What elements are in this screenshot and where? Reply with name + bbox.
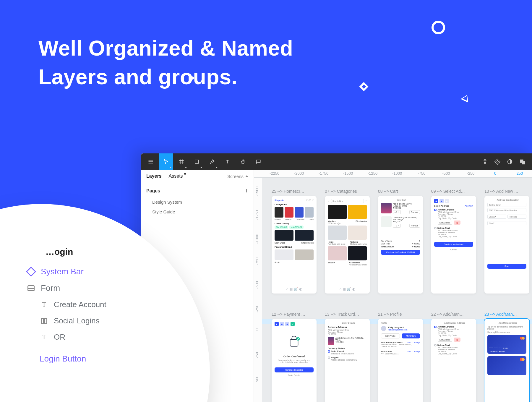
ruler-tick: -1750	[311, 170, 336, 177]
layer-form[interactable]: Form	[27, 280, 174, 296]
my-orders-button: My Orders	[402, 333, 420, 338]
address-name: Nathan Stark	[437, 227, 450, 229]
price-label: Cart Total	[381, 243, 390, 245]
layer-label: System Bar	[41, 267, 84, 276]
frame-label: 25 --> Homescr…	[272, 189, 317, 194]
layer-label: Login Button	[40, 354, 86, 364]
status-sub: Date and Time of placed	[331, 353, 367, 355]
screen-title: Profile	[381, 322, 420, 324]
layer-create-account[interactable]: T Create Account	[27, 296, 174, 313]
ruler-tick: -500	[434, 170, 458, 177]
hamburger-menu-icon[interactable]	[144, 153, 158, 170]
details-link: Order Details	[275, 374, 314, 376]
pin-field: Pin Code	[507, 215, 526, 219]
frame-select-address[interactable]: 09 --> Select Ad… ■■■ Select AddressAdd …	[431, 189, 476, 294]
hint-text: Swipe right to remove card	[487, 331, 526, 333]
product-price: ₹ 99,000	[393, 207, 420, 209]
tab-assets[interactable]: Assets	[169, 174, 183, 179]
featured-label: Apple	[275, 261, 314, 263]
address-line: MI 48329	[438, 351, 473, 353]
frame-profile[interactable]: 21 --> Profile Profile Katy Langfordkatt…	[378, 312, 423, 402]
frame-label: 22 --> Add/Man…	[431, 312, 476, 317]
frame-homescreen[interactable]: 25 --> Homescr… Shopistic◯ ▢ ♡ Catagorie…	[272, 189, 317, 294]
section-title: Your Primary Address	[381, 341, 403, 343]
tab-assets-label: Assets	[169, 174, 183, 179]
frame-label: 23 --> Add/Man…	[484, 312, 529, 317]
comment-tool-icon[interactable]	[252, 153, 265, 170]
pen-tool-icon[interactable]	[205, 153, 219, 170]
cat-label: Electronics	[296, 219, 304, 221]
price-value: ₹ 99,000	[412, 246, 420, 248]
frame-label: 12 --> Payment …	[272, 312, 317, 317]
layer-or[interactable]: T OR	[27, 329, 174, 345]
price-value: 2	[419, 240, 420, 242]
page-item-design-system[interactable]: Design System	[141, 197, 254, 207]
component-set-icon[interactable]	[494, 158, 501, 165]
product-name: Apple Iphone 11 Pro (128GB)–White	[393, 203, 420, 207]
card-number: **** 111000001111	[381, 353, 420, 355]
address-line: City, State, Zip Code	[438, 334, 473, 336]
component-icon[interactable]	[482, 158, 488, 165]
boolean-tool-icon[interactable]	[519, 158, 525, 165]
address-line: MI 48329	[438, 234, 473, 236]
move-tool-icon[interactable]	[159, 153, 173, 170]
layer-frame-login[interactable]: …ogin	[27, 247, 174, 257]
layer-system-bar[interactable]: System Bar	[27, 263, 174, 280]
address-line: 93 Constitution Street	[438, 229, 473, 231]
name-field: Jeniffer Simon	[487, 203, 526, 207]
ruler-tick: -500	[255, 281, 259, 289]
ruler-corner	[254, 170, 262, 178]
frame-payment[interactable]: 12 --> Payment … ■■■✓ Order Confirmed Yo…	[272, 312, 317, 402]
group-icon	[41, 318, 47, 324]
address-name: Jeniffer Langford	[437, 326, 455, 328]
cat-sub: 6356 Items(s)	[328, 222, 340, 224]
ruler-tick: -2000	[287, 170, 311, 177]
canvas[interactable]: -2250 -2000 -1750 -1500 -1250 -1000 -750…	[254, 170, 532, 402]
frame-manage-address[interactable]: 22 --> Add/Man… ←Add/Manage Address Jeni…	[431, 312, 476, 402]
frame-manage-cards[interactable]: 23 --> Add/Man… ←Add/Manage Cards Tap on…	[484, 312, 529, 402]
frame-label: 08 --> Cart	[378, 189, 423, 194]
ruler-tick: -1250	[360, 170, 385, 177]
layer-label: OR	[54, 333, 65, 342]
edit-profile-button: Edit Profile	[381, 333, 400, 338]
section-title: Delivery Address	[328, 326, 367, 328]
text-tool-icon[interactable]	[221, 153, 234, 170]
tile-label: Smart Phones	[301, 242, 314, 244]
address-line: 7946 Whitemarsh Drive	[328, 329, 367, 331]
layer-login-button[interactable]: Login Button	[27, 351, 174, 367]
cat-label: Home	[309, 219, 314, 221]
frame-track-order[interactable]: 13 --> Track Ord… ←Order Details Deliver…	[325, 312, 370, 402]
price-value: ₹ 99,000	[412, 243, 420, 245]
frame-label: 10 --> Add New …	[484, 189, 529, 194]
cat-title: Beauty	[328, 262, 335, 264]
layer-social-logins[interactable]: Social Logins	[27, 313, 174, 329]
frame-add-address[interactable]: 10 --> Add New … ←Address Configuration …	[484, 189, 529, 294]
page-item-style-guide[interactable]: Style Guide	[141, 207, 254, 217]
add-change-link: Add / Change	[407, 341, 420, 343]
edit-button: Edit Address	[438, 338, 452, 342]
address-line: 7946 Whitemarsh Drive Brandon,	[381, 343, 420, 346]
frame-categories[interactable]: 07 --> Catagories ←Search Here♡ Mobiles6…	[325, 189, 370, 294]
remove-button: Remove	[409, 210, 420, 214]
mask-tool-icon[interactable]	[507, 158, 513, 165]
profile-email: kattany2@gmail.com	[388, 329, 407, 331]
diamond-decoration-icon	[359, 82, 368, 91]
address-line: City, State, Zip Code	[438, 217, 473, 219]
address-line: Brandon, Ohana	[438, 330, 473, 332]
screen-title: Order Details	[342, 322, 355, 324]
frame-label: 21 --> Profile	[378, 312, 423, 317]
address-line: Brandon, Ohana	[438, 213, 473, 215]
cat-title: Home	[328, 241, 333, 243]
hand-tool-icon[interactable]	[236, 153, 250, 170]
frame-cart[interactable]: 08 --> Cart ←Your Cart Apple Iphone 11 P…	[378, 189, 423, 294]
shape-tool-icon[interactable]	[190, 153, 204, 170]
pages-dropdown[interactable]: Screens	[227, 174, 248, 179]
address-line: 93 Constitution Street	[438, 346, 473, 348]
add-page-button[interactable]: +	[244, 187, 248, 195]
continue-button: Continue to checkout	[434, 242, 473, 247]
cat-title: Accesories	[349, 262, 360, 264]
address-line: Brandon, Ohana	[328, 331, 367, 333]
frame-tool-icon[interactable]	[175, 153, 188, 170]
tab-layers[interactable]: Layers	[146, 174, 162, 179]
status-sub: Will be shipped tommorrrow	[331, 359, 367, 361]
